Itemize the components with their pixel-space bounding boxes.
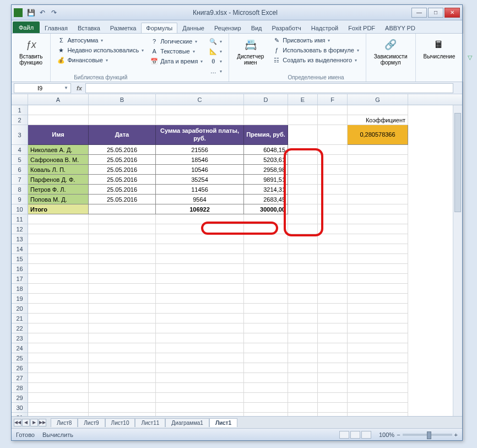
- cell[interactable]: [244, 333, 288, 343]
- cell[interactable]: [288, 393, 318, 403]
- grid-row[interactable]: 28: [12, 383, 462, 393]
- cell[interactable]: [288, 234, 318, 244]
- sheet-nav-button[interactable]: ▶▶: [39, 419, 46, 427]
- cell[interactable]: [318, 214, 348, 224]
- cell-name[interactable]: Сафронова В. М.: [28, 155, 89, 165]
- cell[interactable]: [318, 353, 348, 363]
- table-row[interactable]: 9Попова М. Д.25.05.201695642683,45: [12, 195, 462, 204]
- cell[interactable]: [156, 115, 244, 125]
- maximize-button[interactable]: □: [428, 8, 443, 18]
- cell[interactable]: [28, 264, 89, 274]
- cell[interactable]: [288, 115, 318, 125]
- cell[interactable]: [156, 333, 244, 343]
- row-header[interactable]: 9: [12, 195, 28, 204]
- cell[interactable]: [288, 105, 318, 115]
- cell[interactable]: [156, 393, 244, 403]
- cell[interactable]: [244, 244, 288, 254]
- cell[interactable]: [156, 254, 244, 264]
- cell[interactable]: [156, 363, 244, 373]
- lib-item[interactable]: 💰Финансовые▾: [55, 56, 146, 64]
- cell[interactable]: [348, 393, 408, 403]
- row-header[interactable]: 17: [12, 274, 28, 284]
- cell[interactable]: [318, 403, 348, 413]
- cell[interactable]: [348, 383, 408, 393]
- cell[interactable]: [156, 105, 244, 115]
- chevron-down-icon[interactable]: ▼: [64, 85, 68, 90]
- table-row[interactable]: 7Парфенов Д. Ф.25.05.2016352549891,51: [12, 175, 462, 185]
- cell[interactable]: [28, 413, 89, 416]
- cell[interactable]: [28, 105, 89, 115]
- cell[interactable]: [318, 333, 348, 343]
- cell-name[interactable]: Парфенов Д. Ф.: [28, 175, 89, 185]
- cell[interactable]: [156, 244, 244, 254]
- cell[interactable]: [318, 323, 348, 333]
- row-header[interactable]: 15: [12, 254, 28, 264]
- cell[interactable]: [348, 403, 408, 413]
- cell[interactable]: [89, 383, 156, 393]
- cell[interactable]: [288, 254, 318, 264]
- cell[interactable]: [318, 373, 348, 383]
- grid-row[interactable]: 25: [12, 353, 462, 363]
- save-icon[interactable]: 💾: [26, 8, 36, 18]
- cell[interactable]: [288, 353, 318, 363]
- cell[interactable]: [156, 264, 244, 274]
- cell[interactable]: [288, 244, 318, 254]
- cell-sum[interactable]: 11456: [156, 185, 244, 195]
- cell[interactable]: [28, 353, 89, 363]
- row-header[interactable]: 26: [12, 363, 28, 373]
- cell[interactable]: [156, 234, 244, 244]
- fx-label[interactable]: fx: [77, 85, 82, 91]
- name-box[interactable]: I9 ▼: [14, 83, 71, 93]
- grid-row[interactable]: 26: [12, 363, 462, 373]
- cell[interactable]: [244, 403, 288, 413]
- row-header[interactable]: 7: [12, 175, 28, 185]
- cell[interactable]: [318, 284, 348, 294]
- cell[interactable]: [348, 314, 408, 323]
- lib-item[interactable]: AТекстовые▾: [148, 47, 205, 56]
- table-row[interactable]: 4Николаев А. Д.25.05.2016215566048,15: [12, 145, 462, 155]
- grid-row[interactable]: 31: [12, 413, 462, 416]
- zoom-level[interactable]: 100%: [379, 431, 394, 438]
- tab-Главная[interactable]: Главная: [40, 23, 73, 33]
- cell[interactable]: [288, 264, 318, 274]
- cell-date[interactable]: 25.05.2016: [89, 175, 156, 185]
- cell[interactable]: [288, 343, 318, 353]
- cell-total-label[interactable]: Итого: [28, 204, 89, 214]
- cell[interactable]: [28, 254, 89, 264]
- tab-Разметка[interactable]: Разметка: [105, 23, 142, 33]
- tab-Рецензир[interactable]: Рецензир: [209, 23, 246, 33]
- cell[interactable]: [89, 244, 156, 254]
- lib-item[interactable]: ?Логические▾: [148, 37, 205, 46]
- cell[interactable]: [348, 304, 408, 314]
- cell[interactable]: [28, 393, 89, 403]
- cell[interactable]: [348, 264, 408, 274]
- cell-date[interactable]: 25.05.2016: [89, 145, 156, 155]
- cell[interactable]: [288, 363, 318, 373]
- formula-deps-button[interactable]: 🔗 Зависимости формул: [371, 36, 411, 67]
- row-header[interactable]: 6: [12, 165, 28, 175]
- cell[interactable]: [244, 264, 288, 274]
- row-header[interactable]: 12: [12, 224, 28, 234]
- grid-row[interactable]: 29: [12, 393, 462, 403]
- cell[interactable]: [28, 333, 89, 343]
- grid-row[interactable]: 23: [12, 333, 462, 343]
- cell[interactable]: [318, 304, 348, 314]
- cell[interactable]: [348, 244, 408, 254]
- cell[interactable]: [89, 413, 156, 416]
- view-normal-button[interactable]: [339, 431, 349, 439]
- row-header[interactable]: 30: [12, 403, 28, 413]
- cell[interactable]: [28, 363, 89, 373]
- row-header[interactable]: 3: [12, 125, 28, 145]
- cell[interactable]: [288, 294, 318, 304]
- cell[interactable]: [288, 403, 318, 413]
- cell[interactable]: [244, 383, 288, 393]
- calculation-button[interactable]: 🖩 Вычисление: [420, 36, 459, 61]
- grid-row[interactable]: 17: [12, 274, 462, 284]
- tab-Foxit PDF[interactable]: Foxit PDF: [343, 23, 380, 33]
- close-button[interactable]: ✕: [445, 8, 460, 18]
- sheet-tab[interactable]: Лист8: [51, 418, 78, 427]
- lib-item[interactable]: ✎Присвоить имя▾: [270, 36, 361, 45]
- cell[interactable]: [348, 353, 408, 363]
- worksheet-grid[interactable]: A B C D E F G 12Коэффициент3ИмяДатаСумма…: [12, 94, 462, 416]
- cell[interactable]: [244, 343, 288, 353]
